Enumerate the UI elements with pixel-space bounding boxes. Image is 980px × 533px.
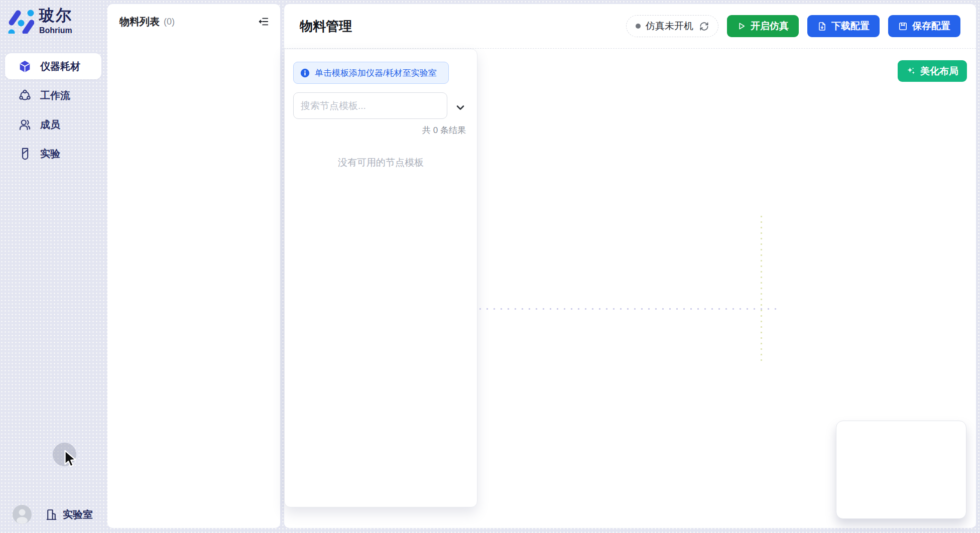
canvas-alignment-guide-vertical (761, 216, 762, 364)
sidebar-item-label: 工作流 (40, 89, 70, 102)
bohrium-logo-icon (7, 7, 34, 34)
download-file-icon (817, 22, 827, 31)
refresh-icon (699, 22, 709, 31)
collapse-panel-button[interactable] (256, 14, 271, 29)
beautify-layout-label: 美化布局 (920, 65, 958, 78)
chevron-down-icon (454, 101, 466, 113)
refresh-status-button[interactable] (699, 22, 709, 31)
play-icon (737, 22, 746, 31)
user-avatar[interactable] (13, 505, 32, 524)
sidebar-item-label: 成员 (40, 118, 60, 131)
node-template-panel: 单击模板添加仪器/耗材至实验室 共 0 条结果 没有可用的节点模板 (284, 49, 477, 507)
save-config-label: 保存配置 (912, 20, 950, 33)
status-dot (636, 24, 641, 29)
building-icon (45, 508, 58, 521)
material-list-count: (0) (164, 17, 175, 27)
collapse-list-icon (258, 16, 269, 27)
brand-logo[interactable]: 玻尔 Bohrium (7, 7, 72, 36)
download-config-label: 下载配置 (831, 20, 870, 33)
experiment-icon (18, 147, 32, 161)
sidebar-item-instruments[interactable]: 仪器耗材 (5, 53, 101, 79)
canvas-minimap[interactable] (836, 421, 966, 519)
main-header: 物料管理 仿真未开机 (284, 4, 976, 49)
template-result-count: 共 0 条结果 (422, 124, 466, 136)
sidebar-item-label: 实验 (40, 147, 60, 161)
download-config-button[interactable]: 下载配置 (807, 15, 880, 37)
header-actions: 仿真未开机 开启仿真 (626, 15, 960, 37)
sidebar-footer: 实验室 (0, 504, 107, 527)
save-icon (898, 22, 908, 31)
app-root: 玻尔 Bohrium 仪器耗材 工作流 (0, 0, 980, 533)
sidebar-item-workflow[interactable]: 工作流 (5, 82, 101, 108)
sidebar-item-label: 仪器耗材 (40, 60, 80, 73)
main-area: 物料管理 仿真未开机 (284, 4, 976, 528)
sidebar-item-members[interactable]: 成员 (5, 111, 101, 138)
sidebar: 玻尔 Bohrium 仪器耗材 工作流 (0, 0, 107, 533)
members-icon (18, 118, 32, 131)
brand-name-en: Bohrium (39, 26, 72, 36)
start-simulation-label: 开启仿真 (751, 20, 789, 33)
save-config-button[interactable]: 保存配置 (888, 15, 960, 37)
template-hint-banner: 单击模板添加仪器/耗材至实验室 (293, 62, 449, 84)
template-empty-text: 没有可用的节点模板 (285, 156, 477, 169)
sidebar-nav: 仪器耗材 工作流 成员 (0, 53, 107, 170)
lab-switcher[interactable]: 实验室 (45, 508, 93, 521)
template-hint-text: 单击模板添加仪器/耗材至实验室 (315, 67, 437, 79)
workflow-icon (18, 89, 32, 102)
info-icon (300, 68, 310, 78)
simulation-status-text: 仿真未开机 (646, 20, 693, 33)
template-search-input[interactable] (293, 92, 447, 119)
simulation-status-pill: 仿真未开机 (626, 15, 718, 37)
material-list-header: 物料列表 (0) (107, 4, 280, 39)
template-filter-toggle[interactable] (454, 101, 467, 114)
start-simulation-button[interactable]: 开启仿真 (727, 15, 799, 37)
lab-label: 实验室 (63, 508, 93, 521)
brand-name-zh: 玻尔 (39, 7, 72, 25)
material-list-title: 物料列表 (119, 15, 160, 29)
canvas-alignment-guide-horizontal (479, 308, 781, 310)
avatar-person-icon (13, 505, 32, 524)
material-list-panel: 物料列表 (0) (107, 4, 280, 528)
sidebar-item-experiments[interactable]: 实验 (5, 141, 101, 167)
sparkles-icon (906, 66, 916, 76)
beautify-layout-button[interactable]: 美化布局 (898, 60, 967, 82)
page-title: 物料管理 (300, 18, 352, 35)
cube-icon (18, 60, 32, 73)
brand-text: 玻尔 Bohrium (39, 7, 72, 36)
